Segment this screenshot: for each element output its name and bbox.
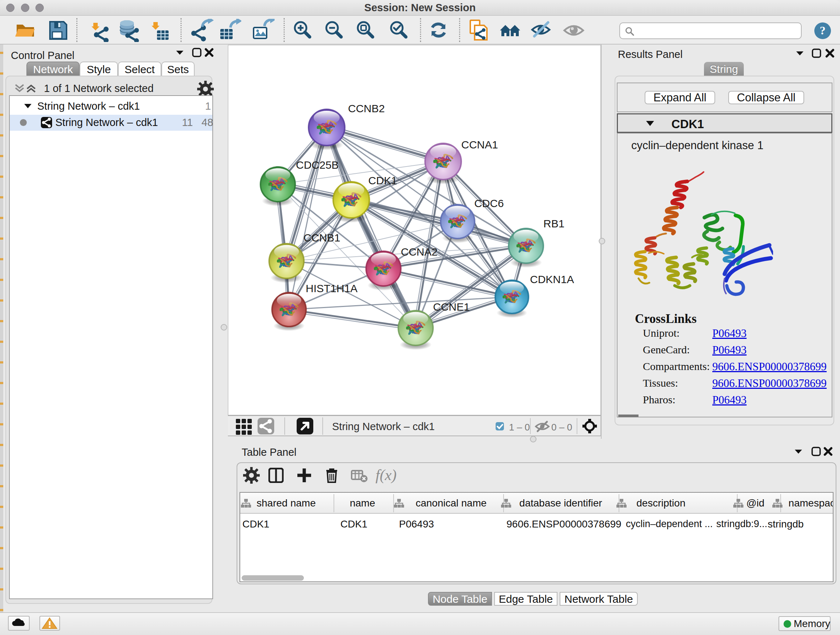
svg-text:CCNA1: CCNA1 <box>461 139 498 150</box>
svg-text:CCNA2: CCNA2 <box>401 246 438 258</box>
svg-text:CDKN1A: CDKN1A <box>530 273 574 285</box>
svg-text:RB1: RB1 <box>543 218 564 230</box>
svg-text:CCNB1: CCNB1 <box>303 232 340 244</box>
svg-text:HIST1H1A: HIST1H1A <box>306 282 357 295</box>
svg-text:?: ? <box>820 24 826 37</box>
svg-text:CCNB2: CCNB2 <box>348 103 385 114</box>
svg-text:CDC25B: CDC25B <box>296 159 339 171</box>
svg-text:CDK1: CDK1 <box>368 174 397 187</box>
svg-text:CDC6: CDC6 <box>474 197 504 209</box>
svg-text:CCNE1: CCNE1 <box>433 301 470 313</box>
